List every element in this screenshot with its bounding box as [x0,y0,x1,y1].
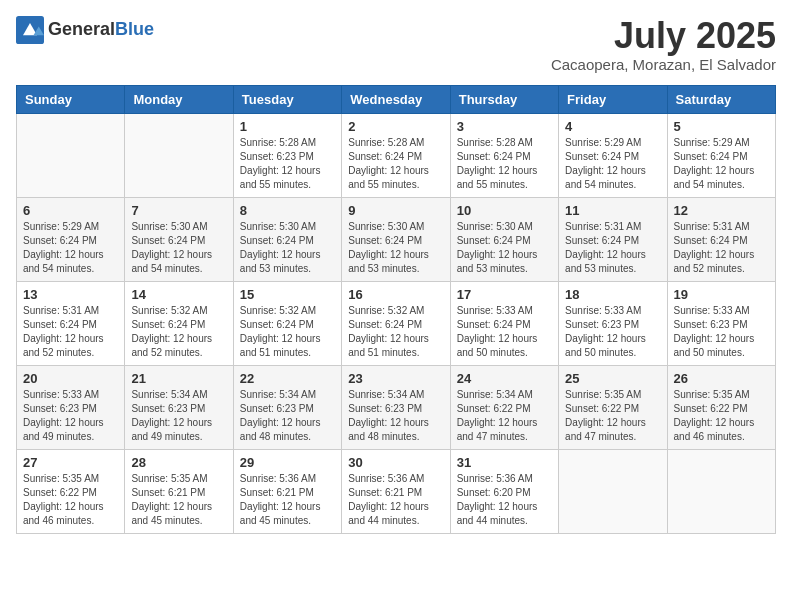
day-number: 14 [131,287,226,302]
calendar-cell: 9Sunrise: 5:30 AMSunset: 6:24 PMDaylight… [342,197,450,281]
calendar-cell: 21Sunrise: 5:34 AMSunset: 6:23 PMDayligh… [125,365,233,449]
day-number: 26 [674,371,769,386]
calendar-week-5: 27Sunrise: 5:35 AMSunset: 6:22 PMDayligh… [17,449,776,533]
page-header: GeneralBlue July 2025 Cacaopera, Morazan… [16,16,776,73]
calendar-cell: 26Sunrise: 5:35 AMSunset: 6:22 PMDayligh… [667,365,775,449]
day-header-thursday: Thursday [450,85,558,113]
calendar-week-4: 20Sunrise: 5:33 AMSunset: 6:23 PMDayligh… [17,365,776,449]
day-info: Sunrise: 5:35 AMSunset: 6:22 PMDaylight:… [565,388,660,444]
calendar-cell: 24Sunrise: 5:34 AMSunset: 6:22 PMDayligh… [450,365,558,449]
calendar-cell [559,449,667,533]
day-info: Sunrise: 5:34 AMSunset: 6:23 PMDaylight:… [240,388,335,444]
day-info: Sunrise: 5:30 AMSunset: 6:24 PMDaylight:… [348,220,443,276]
calendar-cell: 28Sunrise: 5:35 AMSunset: 6:21 PMDayligh… [125,449,233,533]
day-number: 27 [23,455,118,470]
day-number: 30 [348,455,443,470]
day-number: 28 [131,455,226,470]
day-number: 16 [348,287,443,302]
day-info: Sunrise: 5:34 AMSunset: 6:23 PMDaylight:… [131,388,226,444]
calendar-cell: 14Sunrise: 5:32 AMSunset: 6:24 PMDayligh… [125,281,233,365]
calendar-cell: 27Sunrise: 5:35 AMSunset: 6:22 PMDayligh… [17,449,125,533]
calendar-week-1: 1Sunrise: 5:28 AMSunset: 6:23 PMDaylight… [17,113,776,197]
day-number: 2 [348,119,443,134]
calendar-cell: 6Sunrise: 5:29 AMSunset: 6:24 PMDaylight… [17,197,125,281]
day-info: Sunrise: 5:35 AMSunset: 6:22 PMDaylight:… [674,388,769,444]
calendar-cell: 16Sunrise: 5:32 AMSunset: 6:24 PMDayligh… [342,281,450,365]
day-number: 4 [565,119,660,134]
day-number: 12 [674,203,769,218]
logo-text: GeneralBlue [48,20,154,40]
calendar-cell: 1Sunrise: 5:28 AMSunset: 6:23 PMDaylight… [233,113,341,197]
day-info: Sunrise: 5:31 AMSunset: 6:24 PMDaylight:… [565,220,660,276]
day-number: 17 [457,287,552,302]
day-number: 21 [131,371,226,386]
day-info: Sunrise: 5:32 AMSunset: 6:24 PMDaylight:… [131,304,226,360]
day-info: Sunrise: 5:30 AMSunset: 6:24 PMDaylight:… [240,220,335,276]
calendar-cell: 19Sunrise: 5:33 AMSunset: 6:23 PMDayligh… [667,281,775,365]
day-info: Sunrise: 5:30 AMSunset: 6:24 PMDaylight:… [457,220,552,276]
calendar-cell: 20Sunrise: 5:33 AMSunset: 6:23 PMDayligh… [17,365,125,449]
day-info: Sunrise: 5:34 AMSunset: 6:22 PMDaylight:… [457,388,552,444]
day-number: 24 [457,371,552,386]
calendar-cell [125,113,233,197]
day-number: 22 [240,371,335,386]
day-info: Sunrise: 5:32 AMSunset: 6:24 PMDaylight:… [348,304,443,360]
calendar-cell: 8Sunrise: 5:30 AMSunset: 6:24 PMDaylight… [233,197,341,281]
day-number: 8 [240,203,335,218]
calendar-cell: 11Sunrise: 5:31 AMSunset: 6:24 PMDayligh… [559,197,667,281]
day-number: 1 [240,119,335,134]
calendar-week-3: 13Sunrise: 5:31 AMSunset: 6:24 PMDayligh… [17,281,776,365]
day-info: Sunrise: 5:33 AMSunset: 6:23 PMDaylight:… [565,304,660,360]
calendar-cell: 31Sunrise: 5:36 AMSunset: 6:20 PMDayligh… [450,449,558,533]
calendar-cell: 12Sunrise: 5:31 AMSunset: 6:24 PMDayligh… [667,197,775,281]
day-info: Sunrise: 5:35 AMSunset: 6:22 PMDaylight:… [23,472,118,528]
day-number: 3 [457,119,552,134]
day-number: 15 [240,287,335,302]
day-info: Sunrise: 5:34 AMSunset: 6:23 PMDaylight:… [348,388,443,444]
logo-general: General [48,19,115,39]
day-header-sunday: Sunday [17,85,125,113]
day-info: Sunrise: 5:35 AMSunset: 6:21 PMDaylight:… [131,472,226,528]
days-header-row: SundayMondayTuesdayWednesdayThursdayFrid… [17,85,776,113]
calendar-cell: 22Sunrise: 5:34 AMSunset: 6:23 PMDayligh… [233,365,341,449]
calendar-cell: 30Sunrise: 5:36 AMSunset: 6:21 PMDayligh… [342,449,450,533]
day-number: 10 [457,203,552,218]
calendar-week-2: 6Sunrise: 5:29 AMSunset: 6:24 PMDaylight… [17,197,776,281]
day-number: 31 [457,455,552,470]
logo-blue: Blue [115,19,154,39]
calendar-body: 1Sunrise: 5:28 AMSunset: 6:23 PMDaylight… [17,113,776,533]
calendar-cell [667,449,775,533]
logo: GeneralBlue [16,16,154,44]
calendar-cell: 3Sunrise: 5:28 AMSunset: 6:24 PMDaylight… [450,113,558,197]
day-info: Sunrise: 5:33 AMSunset: 6:23 PMDaylight:… [23,388,118,444]
day-info: Sunrise: 5:36 AMSunset: 6:21 PMDaylight:… [240,472,335,528]
logo-icon [16,16,44,44]
day-info: Sunrise: 5:28 AMSunset: 6:24 PMDaylight:… [457,136,552,192]
day-info: Sunrise: 5:31 AMSunset: 6:24 PMDaylight:… [674,220,769,276]
day-number: 23 [348,371,443,386]
title-area: July 2025 Cacaopera, Morazan, El Salvado… [551,16,776,73]
day-info: Sunrise: 5:28 AMSunset: 6:23 PMDaylight:… [240,136,335,192]
day-info: Sunrise: 5:36 AMSunset: 6:20 PMDaylight:… [457,472,552,528]
day-info: Sunrise: 5:33 AMSunset: 6:23 PMDaylight:… [674,304,769,360]
day-info: Sunrise: 5:29 AMSunset: 6:24 PMDaylight:… [674,136,769,192]
calendar-cell: 18Sunrise: 5:33 AMSunset: 6:23 PMDayligh… [559,281,667,365]
calendar-header: SundayMondayTuesdayWednesdayThursdayFrid… [17,85,776,113]
calendar-table: SundayMondayTuesdayWednesdayThursdayFrid… [16,85,776,534]
day-number: 9 [348,203,443,218]
calendar-cell: 13Sunrise: 5:31 AMSunset: 6:24 PMDayligh… [17,281,125,365]
calendar-cell: 23Sunrise: 5:34 AMSunset: 6:23 PMDayligh… [342,365,450,449]
day-number: 19 [674,287,769,302]
day-header-monday: Monday [125,85,233,113]
logo-container: GeneralBlue [16,16,154,44]
calendar-cell: 4Sunrise: 5:29 AMSunset: 6:24 PMDaylight… [559,113,667,197]
day-number: 6 [23,203,118,218]
day-info: Sunrise: 5:31 AMSunset: 6:24 PMDaylight:… [23,304,118,360]
day-header-tuesday: Tuesday [233,85,341,113]
day-info: Sunrise: 5:28 AMSunset: 6:24 PMDaylight:… [348,136,443,192]
day-number: 18 [565,287,660,302]
day-info: Sunrise: 5:36 AMSunset: 6:21 PMDaylight:… [348,472,443,528]
calendar-cell: 2Sunrise: 5:28 AMSunset: 6:24 PMDaylight… [342,113,450,197]
day-info: Sunrise: 5:33 AMSunset: 6:24 PMDaylight:… [457,304,552,360]
day-number: 25 [565,371,660,386]
